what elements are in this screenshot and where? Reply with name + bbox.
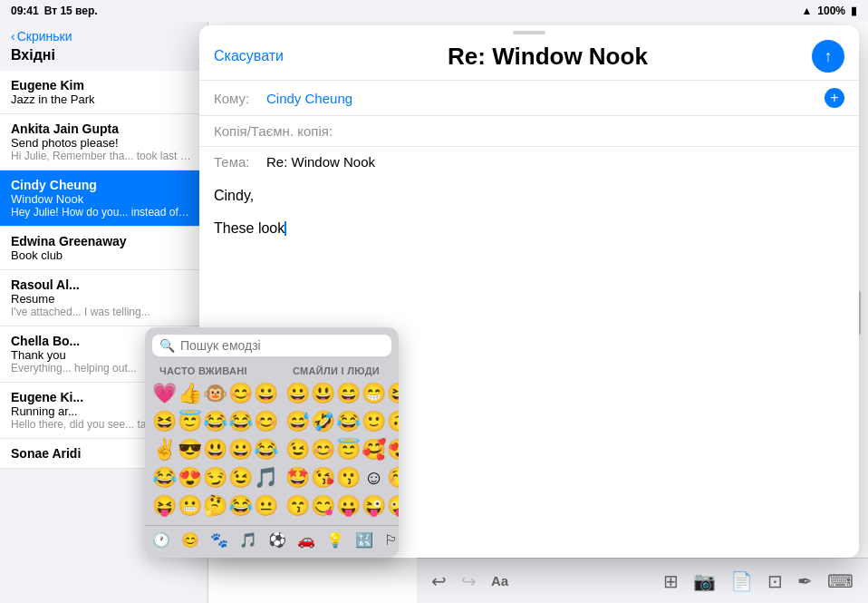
image-insert-icon[interactable]: ⊞ — [663, 570, 679, 592]
emoji-cell[interactable]: 😂 — [152, 464, 177, 491]
emoji-cell[interactable]: 🙃 — [387, 408, 399, 435]
keyboard-icon[interactable]: ⌨ — [827, 570, 854, 592]
file-icon[interactable]: 📄 — [730, 570, 753, 592]
emoji-cell[interactable]: 😂 — [254, 436, 278, 463]
emoji-cell[interactable]: 😃 — [311, 380, 335, 407]
emoji-cell[interactable]: 😆 — [152, 408, 177, 435]
emoji-cell[interactable]: 😚 — [387, 464, 399, 491]
emoji-cell[interactable]: 😐 — [254, 492, 278, 520]
emoji-cell[interactable]: 😙 — [285, 492, 310, 520]
emoji-cell[interactable]: 😀 — [228, 436, 253, 463]
subject-2: Send photos please! — [11, 136, 197, 150]
emoji-cell[interactable]: 😆 — [387, 380, 399, 407]
emoji-cat-objects[interactable]: 💡 — [326, 531, 344, 549]
emoji-cell[interactable]: ✌️ — [152, 436, 177, 463]
emoji-cell[interactable]: 💗 — [152, 380, 177, 407]
to-value[interactable]: Cindy Cheung — [266, 91, 817, 106]
redo-button[interactable]: ↪ — [461, 570, 477, 592]
undo-button[interactable]: ↩ — [431, 570, 447, 592]
mail-item-2[interactable]: Ankita Jain Gupta Send photos please! Hi… — [0, 114, 207, 170]
emoji-cell[interactable]: 👍 — [178, 380, 202, 407]
emoji-cat-smileys[interactable]: 😊 — [181, 531, 199, 549]
back-button[interactable]: ‹ Скриньки — [11, 29, 72, 44]
emoji-cell[interactable]: 😎 — [178, 436, 202, 463]
to-field[interactable]: Кому: Cindy Cheung + — [199, 80, 859, 115]
emoji-cell[interactable]: 🤪 — [387, 492, 399, 520]
drag-pill — [513, 31, 545, 34]
emoji-cat-activities[interactable]: ⚽ — [268, 531, 286, 549]
emoji-cell[interactable]: 🤔 — [203, 492, 227, 520]
compose-header: Скасувати Re: Window Nook ↑ — [199, 40, 859, 80]
screen-icon[interactable]: ⊡ — [767, 570, 783, 592]
emoji-cat-symbols[interactable]: 🔣 — [355, 531, 373, 549]
emoji-cat-flags[interactable]: 🏳 — [384, 532, 399, 549]
emoji-cell[interactable]: 😏 — [203, 464, 227, 491]
sender-3: Cindy Cheung — [11, 178, 197, 192]
emoji-cell[interactable]: 😅 — [285, 408, 310, 435]
emoji-cell[interactable]: 😂 — [228, 492, 253, 520]
emoji-cell[interactable]: 😘 — [311, 464, 335, 491]
emoji-cell[interactable]: 🥰 — [362, 436, 386, 463]
battery-label: 100% — [817, 5, 845, 17]
body-text: These look — [214, 220, 844, 237]
emoji-cell[interactable]: 😊 — [311, 436, 335, 463]
emoji-cell[interactable]: 😉 — [285, 436, 310, 463]
status-date: Вт 15 вер. — [44, 5, 98, 17]
emoji-cell[interactable]: 😬 — [178, 492, 202, 520]
back-label[interactable]: Скриньки — [17, 29, 72, 44]
subject-field[interactable]: Тема: Re: Window Nook — [199, 146, 859, 177]
emoji-cell[interactable]: 🎵 — [254, 464, 278, 491]
sender-2: Ankita Jain Gupta — [11, 122, 197, 136]
smiles-section-label: СМАЙЛИ І ЛЮДИ — [285, 364, 399, 380]
emoji-cell[interactable]: 😂 — [228, 408, 253, 435]
emoji-cell[interactable]: 😂 — [336, 408, 361, 435]
emoji-cell[interactable]: 😋 — [311, 492, 335, 520]
emoji-cell[interactable]: 🐵 — [203, 380, 227, 407]
body-greeting: Cindy, — [214, 188, 844, 204]
emoji-search-bar[interactable]: 🔍 — [152, 335, 391, 356]
emoji-cat-animals[interactable]: 🐾 — [210, 531, 228, 549]
preview-2: Hi Julie, Remember tha... took last year… — [11, 150, 192, 162]
emoji-cell[interactable]: 😀 — [254, 380, 278, 407]
emoji-cell[interactable]: 😇 — [178, 408, 202, 435]
subject-3: Window Nook — [11, 192, 197, 206]
emoji-cell[interactable]: 😍 — [178, 464, 202, 491]
mail-item-5[interactable]: Rasoul Al... Resume I've attached... I w… — [0, 270, 207, 326]
emoji-cat-recent[interactable]: 🕐 — [152, 531, 170, 549]
emoji-cell[interactable]: 😄 — [336, 380, 361, 407]
emoji-cell[interactable]: 😛 — [336, 492, 361, 520]
mail-item-4[interactable]: Edwina Greenaway Book club — [0, 227, 207, 270]
sidebar-header: ‹ Скриньки — [0, 22, 207, 47]
back-chevron-icon: ‹ — [11, 29, 15, 44]
emoji-cell[interactable]: 🤣 — [311, 408, 335, 435]
cancel-button[interactable]: Скасувати — [214, 48, 284, 64]
emoji-cell[interactable]: 😂 — [203, 408, 227, 435]
emoji-cell[interactable]: 😜 — [362, 492, 386, 520]
emoji-cell[interactable]: 😁 — [362, 380, 386, 407]
emoji-cell[interactable]: 😇 — [336, 436, 361, 463]
emoji-search-input[interactable] — [180, 338, 384, 353]
emoji-cell[interactable]: 😉 — [228, 464, 253, 491]
send-button[interactable]: ↑ — [812, 40, 844, 73]
emoji-cat-travel[interactable]: 🚗 — [297, 531, 315, 549]
emoji-cell[interactable]: 😗 — [336, 464, 361, 491]
font-button[interactable]: Aa — [491, 573, 508, 588]
emoji-cell[interactable]: 😍 — [387, 436, 399, 463]
emoji-cell[interactable]: 😊 — [228, 380, 253, 407]
emoji-cell[interactable]: 😀 — [285, 380, 310, 407]
camera-icon[interactable]: 📷 — [693, 570, 716, 592]
mail-item-3[interactable]: Cindy Cheung Window Nook Hey Julie! How … — [0, 170, 207, 227]
mail-item-1[interactable]: Eugene Kim Jazz in the Park — [0, 71, 207, 114]
preview-5: I've attached... I was telling... — [11, 306, 192, 318]
emoji-cell[interactable]: 😝 — [152, 492, 177, 520]
emoji-cell[interactable]: ☺️ — [362, 464, 386, 491]
emoji-cell[interactable]: 🙂 — [362, 408, 386, 435]
cc-field[interactable]: Копія/Таємн. копія: — [199, 115, 859, 146]
add-recipient-button[interactable]: + — [825, 88, 844, 108]
emoji-cell[interactable]: 😃 — [203, 436, 227, 463]
subject-value[interactable]: Re: Window Nook — [266, 154, 844, 170]
sign-icon[interactable]: ✒ — [797, 570, 813, 592]
emoji-cell[interactable]: 😊 — [254, 408, 278, 435]
emoji-cat-food[interactable]: 🎵 — [239, 531, 257, 549]
emoji-cell[interactable]: 🤩 — [285, 464, 310, 491]
